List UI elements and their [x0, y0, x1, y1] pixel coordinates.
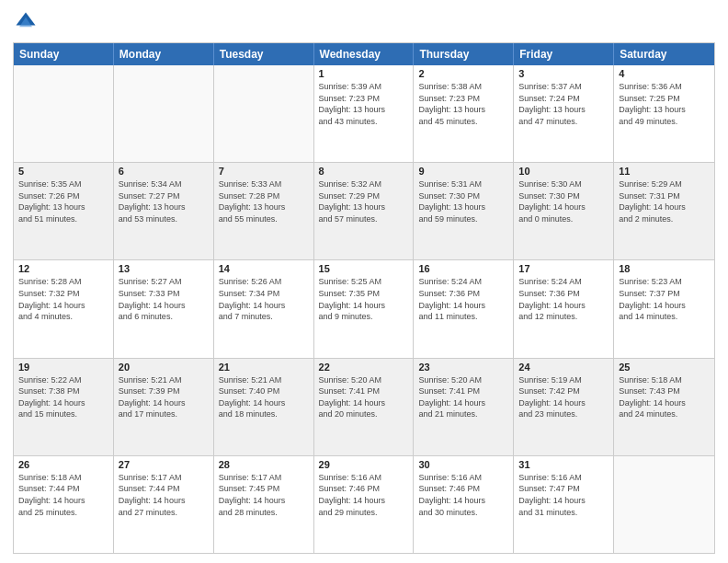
day-number: 6 [119, 166, 209, 177]
header-day-thursday: Thursday [414, 43, 514, 65]
day-info: Sunrise: 5:29 AM Sunset: 7:31 PM Dayligh… [619, 178, 710, 224]
day-cell-14: 14Sunrise: 5:26 AM Sunset: 7:34 PM Dayli… [214, 260, 314, 357]
day-info: Sunrise: 5:37 AM Sunset: 7:24 PM Dayligh… [518, 81, 609, 127]
calendar-row-1: 1Sunrise: 5:39 AM Sunset: 7:23 PM Daylig… [14, 65, 714, 162]
day-number: 31 [518, 459, 609, 470]
day-number: 12 [18, 263, 108, 274]
day-number: 2 [418, 68, 508, 79]
logo-icon [13, 9, 39, 35]
day-info: Sunrise: 5:20 AM Sunset: 7:41 PM Dayligh… [418, 374, 508, 420]
day-number: 30 [418, 459, 508, 470]
day-info: Sunrise: 5:28 AM Sunset: 7:32 PM Dayligh… [18, 276, 108, 322]
day-info: Sunrise: 5:16 AM Sunset: 7:46 PM Dayligh… [319, 472, 409, 518]
day-info: Sunrise: 5:18 AM Sunset: 7:44 PM Dayligh… [18, 472, 108, 518]
day-info: Sunrise: 5:27 AM Sunset: 7:33 PM Dayligh… [119, 276, 209, 322]
day-cell-21: 21Sunrise: 5:21 AM Sunset: 7:40 PM Dayli… [214, 359, 314, 455]
day-info: Sunrise: 5:21 AM Sunset: 7:39 PM Dayligh… [119, 374, 209, 420]
day-info: Sunrise: 5:30 AM Sunset: 7:30 PM Dayligh… [518, 178, 609, 224]
day-info: Sunrise: 5:18 AM Sunset: 7:43 PM Dayligh… [619, 374, 710, 420]
day-cell-23: 23Sunrise: 5:20 AM Sunset: 7:41 PM Dayli… [414, 359, 514, 455]
day-number: 26 [18, 459, 108, 470]
day-cell-27: 27Sunrise: 5:17 AM Sunset: 7:44 PM Dayli… [114, 456, 214, 553]
day-info: Sunrise: 5:20 AM Sunset: 7:41 PM Dayligh… [319, 374, 409, 420]
day-cell-empty-0-1 [114, 65, 214, 162]
day-number: 25 [619, 362, 710, 373]
day-number: 7 [219, 166, 309, 177]
calendar-row-2: 5Sunrise: 5:35 AM Sunset: 7:26 PM Daylig… [14, 162, 714, 259]
day-cell-28: 28Sunrise: 5:17 AM Sunset: 7:45 PM Dayli… [214, 456, 314, 553]
header-day-monday: Monday [114, 43, 214, 65]
page: SundayMondayTuesdayWednesdayThursdayFrid… [0, 0, 728, 563]
day-info: Sunrise: 5:33 AM Sunset: 7:28 PM Dayligh… [219, 178, 309, 224]
day-cell-31: 31Sunrise: 5:16 AM Sunset: 7:47 PM Dayli… [514, 456, 614, 553]
day-cell-10: 10Sunrise: 5:30 AM Sunset: 7:30 PM Dayli… [514, 163, 614, 259]
day-number: 18 [619, 263, 710, 274]
day-number: 16 [418, 263, 508, 274]
day-cell-29: 29Sunrise: 5:16 AM Sunset: 7:46 PM Dayli… [314, 456, 415, 553]
day-number: 8 [319, 166, 409, 177]
day-info: Sunrise: 5:16 AM Sunset: 7:47 PM Dayligh… [518, 472, 609, 518]
day-number: 29 [319, 459, 409, 470]
day-info: Sunrise: 5:35 AM Sunset: 7:26 PM Dayligh… [18, 178, 108, 224]
day-info: Sunrise: 5:38 AM Sunset: 7:23 PM Dayligh… [418, 81, 508, 127]
day-cell-9: 9Sunrise: 5:31 AM Sunset: 7:30 PM Daylig… [414, 163, 514, 259]
day-cell-15: 15Sunrise: 5:25 AM Sunset: 7:35 PM Dayli… [314, 260, 415, 357]
day-number: 28 [219, 459, 309, 470]
day-number: 15 [319, 263, 409, 274]
day-cell-11: 11Sunrise: 5:29 AM Sunset: 7:31 PM Dayli… [614, 163, 714, 259]
day-number: 20 [119, 362, 209, 373]
day-cell-20: 20Sunrise: 5:21 AM Sunset: 7:39 PM Dayli… [114, 359, 214, 455]
day-number: 10 [518, 166, 609, 177]
day-number: 9 [418, 166, 508, 177]
header-day-wednesday: Wednesday [314, 43, 415, 65]
day-info: Sunrise: 5:39 AM Sunset: 7:23 PM Dayligh… [319, 81, 409, 127]
day-info: Sunrise: 5:22 AM Sunset: 7:38 PM Dayligh… [18, 374, 108, 420]
day-cell-2: 2Sunrise: 5:38 AM Sunset: 7:23 PM Daylig… [414, 65, 514, 162]
calendar: SundayMondayTuesdayWednesdayThursdayFrid… [13, 42, 715, 554]
day-info: Sunrise: 5:34 AM Sunset: 7:27 PM Dayligh… [119, 178, 209, 224]
header [13, 9, 715, 35]
logo [13, 9, 42, 35]
day-cell-empty-0-2 [214, 65, 314, 162]
day-info: Sunrise: 5:36 AM Sunset: 7:25 PM Dayligh… [619, 81, 710, 127]
day-cell-4: 4Sunrise: 5:36 AM Sunset: 7:25 PM Daylig… [614, 65, 714, 162]
day-cell-1: 1Sunrise: 5:39 AM Sunset: 7:23 PM Daylig… [314, 65, 415, 162]
day-info: Sunrise: 5:23 AM Sunset: 7:37 PM Dayligh… [619, 276, 710, 322]
calendar-row-4: 19Sunrise: 5:22 AM Sunset: 7:38 PM Dayli… [14, 358, 714, 455]
day-number: 22 [319, 362, 409, 373]
day-info: Sunrise: 5:24 AM Sunset: 7:36 PM Dayligh… [418, 276, 508, 322]
day-number: 1 [319, 68, 409, 79]
day-info: Sunrise: 5:17 AM Sunset: 7:45 PM Dayligh… [219, 472, 309, 518]
header-day-tuesday: Tuesday [214, 43, 314, 65]
day-cell-13: 13Sunrise: 5:27 AM Sunset: 7:33 PM Dayli… [114, 260, 214, 357]
day-cell-16: 16Sunrise: 5:24 AM Sunset: 7:36 PM Dayli… [414, 260, 514, 357]
day-number: 19 [18, 362, 108, 373]
day-cell-25: 25Sunrise: 5:18 AM Sunset: 7:43 PM Dayli… [614, 359, 714, 455]
day-cell-17: 17Sunrise: 5:24 AM Sunset: 7:36 PM Dayli… [514, 260, 614, 357]
day-cell-empty-0-0 [14, 65, 114, 162]
day-cell-18: 18Sunrise: 5:23 AM Sunset: 7:37 PM Dayli… [614, 260, 714, 357]
day-cell-22: 22Sunrise: 5:20 AM Sunset: 7:41 PM Dayli… [314, 359, 415, 455]
day-number: 23 [418, 362, 508, 373]
header-day-sunday: Sunday [14, 43, 114, 65]
day-cell-5: 5Sunrise: 5:35 AM Sunset: 7:26 PM Daylig… [14, 163, 114, 259]
day-cell-empty-4-6 [614, 456, 714, 553]
day-cell-6: 6Sunrise: 5:34 AM Sunset: 7:27 PM Daylig… [114, 163, 214, 259]
header-day-friday: Friday [514, 43, 614, 65]
day-cell-26: 26Sunrise: 5:18 AM Sunset: 7:44 PM Dayli… [14, 456, 114, 553]
day-info: Sunrise: 5:32 AM Sunset: 7:29 PM Dayligh… [319, 178, 409, 224]
day-info: Sunrise: 5:21 AM Sunset: 7:40 PM Dayligh… [219, 374, 309, 420]
day-number: 13 [119, 263, 209, 274]
day-number: 17 [518, 263, 609, 274]
day-number: 14 [219, 263, 309, 274]
day-info: Sunrise: 5:26 AM Sunset: 7:34 PM Dayligh… [219, 276, 309, 322]
calendar-row-3: 12Sunrise: 5:28 AM Sunset: 7:32 PM Dayli… [14, 259, 714, 357]
calendar-header: SundayMondayTuesdayWednesdayThursdayFrid… [14, 43, 714, 65]
day-cell-19: 19Sunrise: 5:22 AM Sunset: 7:38 PM Dayli… [14, 359, 114, 455]
calendar-body: 1Sunrise: 5:39 AM Sunset: 7:23 PM Daylig… [14, 65, 714, 553]
day-info: Sunrise: 5:19 AM Sunset: 7:42 PM Dayligh… [518, 374, 609, 420]
day-cell-7: 7Sunrise: 5:33 AM Sunset: 7:28 PM Daylig… [214, 163, 314, 259]
day-info: Sunrise: 5:24 AM Sunset: 7:36 PM Dayligh… [518, 276, 609, 322]
day-info: Sunrise: 5:25 AM Sunset: 7:35 PM Dayligh… [319, 276, 409, 322]
day-cell-3: 3Sunrise: 5:37 AM Sunset: 7:24 PM Daylig… [514, 65, 614, 162]
